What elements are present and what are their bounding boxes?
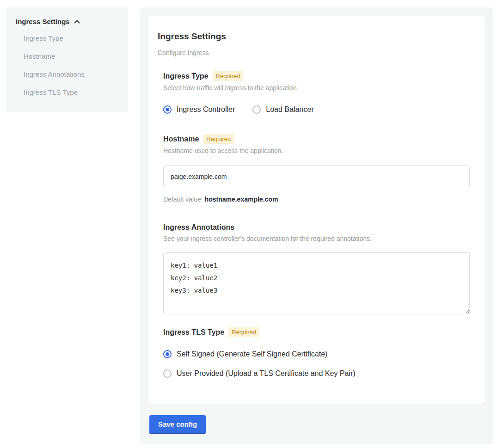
chevron-up-icon [74, 20, 80, 24]
tls-type-label: Ingress TLS Type [163, 328, 224, 337]
group-ingress-type: Ingress Type Required Select how traffic… [163, 71, 470, 114]
radio-load-balancer[interactable]: Load Balancer [252, 105, 313, 114]
save-config-button[interactable]: Save config [149, 415, 206, 434]
required-badge: Required [203, 134, 234, 144]
annotations-label: Ingress Annotations [163, 223, 234, 232]
hostname-label: Hostname [163, 135, 199, 143]
radio-label: User Provided (Upload a TLS Certificate … [177, 369, 356, 378]
page-title: Ingress Settings [158, 31, 475, 42]
group-ingress-annotations: Ingress Annotations See your ingress con… [163, 223, 470, 314]
ingress-type-label: Ingress Type [163, 72, 209, 80]
required-badge: Required [213, 71, 244, 81]
tls-type-options: Self Signed (Generate Self Signed Certif… [163, 350, 470, 378]
ingress-type-help: Select how traffic will ingress to the a… [163, 84, 470, 92]
hostname-help: Hostname used to access the application. [163, 147, 470, 154]
radio-label: Ingress Controller [177, 105, 235, 114]
form-body: Ingress Type Required Select how traffic… [163, 71, 470, 378]
sidebar-item-ingress-type[interactable]: Ingress Type [16, 29, 119, 47]
radio-icon [163, 350, 172, 358]
sidebar-item-ingress-annotations[interactable]: Ingress Annotations [16, 65, 119, 83]
group-hostname: Hostname Required Hostname used to acces… [163, 134, 470, 203]
required-badge: Required [228, 327, 259, 337]
config-sidebar: Ingress Settings Ingress Type Hostname I… [6, 7, 128, 112]
hostname-default-line: Default value:hostname.example.com [163, 196, 470, 203]
sidebar-group-ingress-settings[interactable]: Ingress Settings [16, 18, 119, 25]
page-subtitle: Configure Ingress [158, 49, 475, 56]
sidebar-item-ingress-tls-type[interactable]: Ingress TLS Type [16, 83, 119, 101]
radio-user-provided[interactable]: User Provided (Upload a TLS Certificate … [163, 369, 356, 378]
config-card: Ingress Settings Configure Ingress Ingre… [148, 16, 485, 404]
radio-icon [252, 105, 261, 114]
ingress-type-options: Ingress Controller Load Balancer [163, 105, 470, 114]
radio-icon [163, 369, 172, 378]
radio-ingress-controller[interactable]: Ingress Controller [163, 105, 235, 114]
group-ingress-tls-type: Ingress TLS Type Required Self Signed (G… [163, 327, 470, 378]
hostname-input[interactable] [163, 166, 470, 187]
annotations-help: See your ingress controller's documentat… [163, 235, 470, 242]
radio-icon [163, 105, 172, 114]
page-layout: Ingress Settings Ingress Type Hostname I… [0, 0, 504, 448]
radio-self-signed[interactable]: Self Signed (Generate Self Signed Certif… [163, 350, 327, 358]
radio-label: Load Balancer [266, 105, 313, 114]
default-value: hostname.example.com [205, 196, 278, 203]
sidebar-group-title: Ingress Settings [16, 18, 70, 25]
radio-label: Self Signed (Generate Self Signed Certif… [177, 350, 327, 358]
config-main-panel: Ingress Settings Configure Ingress Ingre… [140, 7, 493, 444]
default-prefix: Default value: [163, 196, 203, 203]
annotations-textarea[interactable]: key1: value1 key2: value2 key3: value3 [163, 252, 470, 314]
sidebar-item-hostname[interactable]: Hostname [16, 47, 119, 65]
